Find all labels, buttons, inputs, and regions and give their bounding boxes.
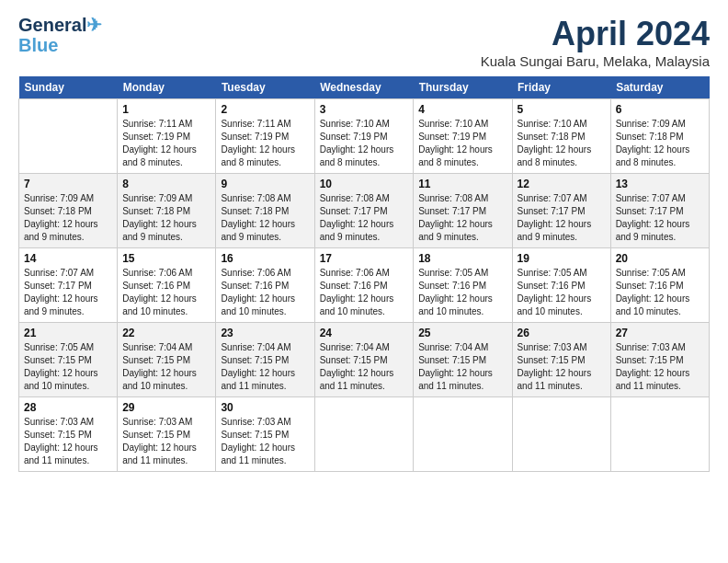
day-info: Sunrise: 7:07 AM Sunset: 7:17 PM Dayligh… (616, 192, 704, 244)
calendar-cell: 11Sunrise: 7:08 AM Sunset: 7:17 PM Dayli… (414, 174, 512, 248)
day-info: Sunrise: 7:07 AM Sunset: 7:17 PM Dayligh… (24, 267, 112, 318)
day-info: Sunrise: 7:04 AM Sunset: 7:15 PM Dayligh… (122, 341, 210, 393)
day-number: 18 (418, 252, 506, 265)
day-number: 19 (518, 252, 606, 265)
calendar-week-row: 28Sunrise: 7:03 AM Sunset: 7:15 PM Dayli… (19, 397, 710, 472)
day-number: 22 (122, 327, 210, 339)
calendar-cell: 30Sunrise: 7:03 AM Sunset: 7:15 PM Dayli… (216, 397, 314, 472)
page-header: General✈ Blue April 2024 Kuala Sungai Ba… (18, 15, 710, 69)
day-number: 24 (320, 327, 409, 339)
day-number: 9 (221, 178, 309, 190)
calendar-cell: 2Sunrise: 7:11 AM Sunset: 7:19 PM Daylig… (216, 99, 314, 174)
day-info: Sunrise: 7:10 AM Sunset: 7:19 PM Dayligh… (418, 118, 506, 169)
day-info: Sunrise: 7:09 AM Sunset: 7:18 PM Dayligh… (616, 118, 704, 169)
day-number: 8 (122, 178, 210, 190)
calendar-cell: 14Sunrise: 7:07 AM Sunset: 7:17 PM Dayli… (19, 248, 118, 323)
calendar-cell: 16Sunrise: 7:06 AM Sunset: 7:16 PM Dayli… (216, 248, 314, 323)
day-info: Sunrise: 7:10 AM Sunset: 7:18 PM Dayligh… (518, 118, 606, 169)
calendar-cell (610, 397, 709, 472)
day-number: 4 (418, 103, 506, 116)
day-of-week-header: Monday (118, 76, 216, 99)
day-of-week-header: Friday (512, 76, 610, 99)
calendar-cell: 29Sunrise: 7:03 AM Sunset: 7:15 PM Dayli… (118, 397, 216, 472)
calendar-cell: 17Sunrise: 7:06 AM Sunset: 7:16 PM Dayli… (314, 248, 414, 323)
location: Kuala Sungai Baru, Melaka, Malaysia (481, 53, 710, 69)
logo: General✈ Blue (18, 15, 102, 55)
day-number: 1 (122, 103, 210, 116)
day-info: Sunrise: 7:10 AM Sunset: 7:19 PM Dayligh… (320, 118, 409, 169)
day-number: 5 (518, 103, 606, 116)
day-number: 27 (616, 327, 704, 339)
calendar-cell: 21Sunrise: 7:05 AM Sunset: 7:15 PM Dayli… (19, 323, 118, 397)
day-info: Sunrise: 7:09 AM Sunset: 7:18 PM Dayligh… (122, 192, 210, 244)
calendar-week-row: 1Sunrise: 7:11 AM Sunset: 7:19 PM Daylig… (19, 99, 710, 174)
day-info: Sunrise: 7:05 AM Sunset: 7:16 PM Dayligh… (518, 267, 606, 318)
calendar-cell: 23Sunrise: 7:04 AM Sunset: 7:15 PM Dayli… (216, 323, 314, 397)
day-info: Sunrise: 7:07 AM Sunset: 7:17 PM Dayligh… (518, 192, 606, 244)
calendar-cell: 22Sunrise: 7:04 AM Sunset: 7:15 PM Dayli… (118, 323, 216, 397)
calendar-cell: 9Sunrise: 7:08 AM Sunset: 7:18 PM Daylig… (216, 174, 314, 248)
calendar-cell: 20Sunrise: 7:05 AM Sunset: 7:16 PM Dayli… (610, 248, 709, 323)
calendar-cell: 7Sunrise: 7:09 AM Sunset: 7:18 PM Daylig… (19, 174, 118, 248)
day-number: 25 (418, 327, 506, 339)
day-info: Sunrise: 7:04 AM Sunset: 7:15 PM Dayligh… (221, 341, 309, 393)
day-info: Sunrise: 7:05 AM Sunset: 7:16 PM Dayligh… (616, 267, 704, 318)
calendar-cell (19, 99, 118, 174)
day-info: Sunrise: 7:05 AM Sunset: 7:15 PM Dayligh… (24, 341, 112, 393)
calendar-cell: 8Sunrise: 7:09 AM Sunset: 7:18 PM Daylig… (118, 174, 216, 248)
day-info: Sunrise: 7:05 AM Sunset: 7:16 PM Dayligh… (418, 267, 506, 318)
day-of-week-header: Wednesday (314, 76, 414, 99)
day-number: 3 (320, 103, 409, 116)
calendar-cell: 26Sunrise: 7:03 AM Sunset: 7:15 PM Dayli… (512, 323, 610, 397)
day-info: Sunrise: 7:03 AM Sunset: 7:15 PM Dayligh… (221, 416, 309, 467)
calendar-cell: 25Sunrise: 7:04 AM Sunset: 7:15 PM Dayli… (414, 323, 512, 397)
calendar-cell (512, 397, 610, 472)
day-info: Sunrise: 7:04 AM Sunset: 7:15 PM Dayligh… (418, 341, 506, 393)
calendar-cell: 15Sunrise: 7:06 AM Sunset: 7:16 PM Dayli… (118, 248, 216, 323)
day-info: Sunrise: 7:06 AM Sunset: 7:16 PM Dayligh… (320, 267, 409, 318)
day-info: Sunrise: 7:03 AM Sunset: 7:15 PM Dayligh… (518, 341, 606, 393)
calendar-table: SundayMondayTuesdayWednesdayThursdayFrid… (18, 76, 710, 472)
calendar-cell: 24Sunrise: 7:04 AM Sunset: 7:15 PM Dayli… (314, 323, 414, 397)
day-number: 17 (320, 252, 409, 265)
day-info: Sunrise: 7:08 AM Sunset: 7:17 PM Dayligh… (320, 192, 409, 244)
calendar-cell: 12Sunrise: 7:07 AM Sunset: 7:17 PM Dayli… (512, 174, 610, 248)
day-info: Sunrise: 7:11 AM Sunset: 7:19 PM Dayligh… (221, 118, 309, 169)
day-number: 15 (122, 252, 210, 265)
day-number: 20 (616, 252, 704, 265)
day-info: Sunrise: 7:03 AM Sunset: 7:15 PM Dayligh… (616, 341, 704, 393)
calendar-cell: 10Sunrise: 7:08 AM Sunset: 7:17 PM Dayli… (314, 174, 414, 248)
day-number: 23 (221, 327, 309, 339)
day-info: Sunrise: 7:03 AM Sunset: 7:15 PM Dayligh… (122, 416, 210, 467)
day-info: Sunrise: 7:08 AM Sunset: 7:18 PM Dayligh… (221, 192, 309, 244)
calendar-header-row: SundayMondayTuesdayWednesdayThursdayFrid… (19, 76, 710, 99)
calendar-week-row: 7Sunrise: 7:09 AM Sunset: 7:18 PM Daylig… (19, 174, 710, 248)
day-info: Sunrise: 7:08 AM Sunset: 7:17 PM Dayligh… (418, 192, 506, 244)
day-number: 14 (24, 252, 112, 265)
calendar-cell: 13Sunrise: 7:07 AM Sunset: 7:17 PM Dayli… (610, 174, 709, 248)
month-title: April 2024 (481, 15, 710, 53)
calendar-cell: 1Sunrise: 7:11 AM Sunset: 7:19 PM Daylig… (118, 99, 216, 174)
calendar-week-row: 21Sunrise: 7:05 AM Sunset: 7:15 PM Dayli… (19, 323, 710, 397)
day-number: 12 (518, 178, 606, 190)
calendar-cell: 27Sunrise: 7:03 AM Sunset: 7:15 PM Dayli… (610, 323, 709, 397)
day-of-week-header: Tuesday (216, 76, 314, 99)
day-of-week-header: Saturday (610, 76, 709, 99)
calendar-cell: 28Sunrise: 7:03 AM Sunset: 7:15 PM Dayli… (19, 397, 118, 472)
calendar-cell: 6Sunrise: 7:09 AM Sunset: 7:18 PM Daylig… (610, 99, 709, 174)
day-number: 30 (221, 401, 309, 414)
day-info: Sunrise: 7:09 AM Sunset: 7:18 PM Dayligh… (24, 192, 112, 244)
day-number: 10 (320, 178, 409, 190)
calendar-cell: 19Sunrise: 7:05 AM Sunset: 7:16 PM Dayli… (512, 248, 610, 323)
day-info: Sunrise: 7:04 AM Sunset: 7:15 PM Dayligh… (320, 341, 409, 393)
day-info: Sunrise: 7:06 AM Sunset: 7:16 PM Dayligh… (122, 267, 210, 318)
day-number: 11 (418, 178, 506, 190)
calendar-cell (414, 397, 512, 472)
calendar-cell: 4Sunrise: 7:10 AM Sunset: 7:19 PM Daylig… (414, 99, 512, 174)
calendar-cell: 3Sunrise: 7:10 AM Sunset: 7:19 PM Daylig… (314, 99, 414, 174)
day-info: Sunrise: 7:03 AM Sunset: 7:15 PM Dayligh… (24, 416, 112, 467)
day-info: Sunrise: 7:11 AM Sunset: 7:19 PM Dayligh… (122, 118, 210, 169)
title-block: April 2024 Kuala Sungai Baru, Melaka, Ma… (481, 15, 710, 69)
day-number: 16 (221, 252, 309, 265)
calendar-cell (314, 397, 414, 472)
